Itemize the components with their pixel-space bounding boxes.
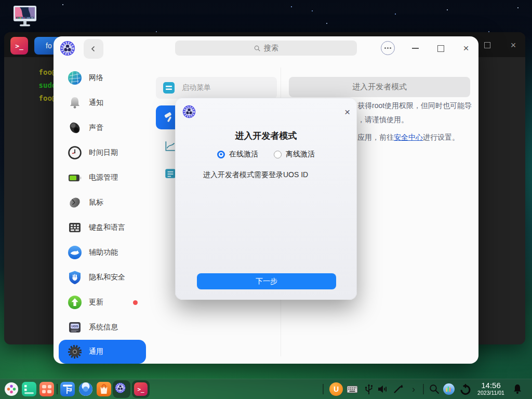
notes-app-icon[interactable] [22, 382, 36, 396]
back-button[interactable] [84, 39, 103, 59]
uos-id-tray-icon[interactable]: U [329, 382, 343, 396]
uos-system-info-icon: UOS [68, 320, 82, 335]
sidebar-item-notification[interactable]: 通知 [59, 90, 146, 115]
terminal-maximize-button[interactable] [482, 39, 493, 51]
computer-desktop-icon[interactable] [12, 5, 37, 27]
tray-separator [423, 384, 424, 394]
enter-developer-mode-button[interactable]: 进入开发者模式 [289, 77, 470, 97]
dialog-close-button[interactable]: × [344, 107, 350, 118]
sidebar-item-mouse[interactable]: 鼠标 [59, 190, 146, 215]
control-center-logo-icon [115, 382, 128, 396]
terminal-app-icon: >_ [10, 37, 28, 55]
control-center-logo-icon [182, 105, 196, 118]
volume-tray-icon[interactable] [376, 383, 389, 395]
sidebar-item-network[interactable]: 网络 [59, 65, 146, 90]
maximize-button[interactable] [433, 41, 448, 56]
browser-icon[interactable] [78, 382, 93, 396]
search-icon [254, 45, 261, 52]
terminal-tab-label: fo [46, 42, 52, 50]
activation-radio-group: 在线激活 离线激活 [176, 150, 356, 159]
shutdown-tray-icon[interactable] [459, 383, 472, 395]
hammer-icon [163, 111, 176, 124]
sidebar-item-power[interactable]: 电源管理 [59, 165, 146, 190]
notification-bell-icon [68, 96, 82, 110]
minimize-button[interactable] [407, 41, 423, 56]
launcher-icon[interactable] [4, 382, 19, 396]
taskbar: >_ U › 14:56 2023/11/01 [0, 379, 532, 399]
sidebar-item-privacy[interactable]: 隐私和安全 [59, 265, 146, 290]
sound-speaker-icon [68, 121, 82, 135]
developer-mode-dialog: × 进入开发者模式 在线激活 离线激活 进入开发者模式需要登录UOS ID 下一… [175, 98, 357, 300]
control-center-taskbar-item-active[interactable] [113, 380, 130, 398]
radio-selected-icon [217, 151, 225, 158]
sidebar-item-sound[interactable]: 声音 [59, 115, 146, 140]
developer-mode-description: 应用，前往安全中心进行设置。 [357, 133, 459, 142]
clock-icon [68, 145, 82, 160]
terminal-app-icon: >_ [134, 382, 148, 396]
clock-date: 2023/11/01 [474, 390, 508, 396]
boot-menu-label: 启动菜单 [182, 83, 211, 92]
sidebar-item-accessibility[interactable]: 辅助功能 [59, 240, 146, 265]
chevron-left-icon [90, 45, 97, 52]
tray-separator [323, 384, 324, 394]
accessibility-icon [68, 245, 82, 260]
keyboard-icon [68, 220, 82, 235]
close-button[interactable]: × [458, 41, 474, 56]
security-center-link[interactable]: 安全中心 [394, 133, 423, 141]
radio-online-activation[interactable]: 在线激活 [217, 150, 258, 159]
radio-offline-activation[interactable]: 离线激活 [274, 150, 315, 159]
terminal-taskbar-item-active[interactable]: >_ [132, 380, 150, 398]
network-icon [68, 71, 82, 85]
starfield [0, 0, 1, 1]
boot-menu-icon [163, 82, 175, 94]
sidebar-item-datetime[interactable]: 时间日期 [59, 140, 146, 165]
file-manager-icon[interactable] [60, 382, 75, 396]
tray-expand-chevron[interactable]: › [408, 382, 419, 396]
clock-time: 14:56 [474, 381, 508, 390]
sidebar-item-system-info[interactable]: UOS 系统信息 [59, 315, 146, 340]
dialog-hint-text: 进入开发者模式需要登录UOS ID [203, 170, 308, 180]
developer-mode-description: ，请谨慎使用。 [357, 115, 408, 125]
notification-center-bell-icon[interactable] [511, 383, 524, 395]
multitasking-view-icon[interactable] [39, 382, 54, 396]
taskbar-clock[interactable]: 14:56 2023/11/01 [474, 381, 508, 396]
boot-menu-row[interactable]: 启动菜单 [156, 77, 277, 99]
app-store-icon[interactable] [97, 382, 111, 396]
developer-mode-description: 获得root使用权限，但同时也可能导 [357, 101, 472, 111]
window-menu-button[interactable] [381, 41, 395, 55]
search-placeholder: 搜索 [264, 44, 278, 53]
gear-icon [68, 344, 82, 359]
search-tray-icon[interactable] [428, 383, 441, 395]
usb-tray-icon[interactable] [363, 383, 375, 395]
search-input[interactable]: 搜索 [175, 41, 357, 56]
control-center-logo-icon [60, 41, 75, 56]
screenshot-pen-tray-icon[interactable] [392, 383, 404, 395]
radio-unselected-icon [274, 151, 282, 158]
desktop: >_ fo × foo@foo-PC sudo: 无ro foo@foo-PC … [0, 0, 532, 399]
grand-search-tray-icon[interactable] [443, 383, 455, 395]
mouse-icon [68, 195, 82, 210]
keyboard-layout-tray-icon[interactable] [346, 383, 358, 395]
taskbar-separator [57, 384, 58, 394]
dialog-title: 进入开发者模式 [176, 130, 356, 142]
svg-text:UOS: UOS [71, 325, 78, 328]
battery-icon [68, 170, 82, 185]
sidebar-item-keyboard[interactable]: 键盘和语言 [59, 215, 146, 240]
sidebar-item-update[interactable]: 更新 [59, 290, 146, 315]
privacy-shield-icon [68, 270, 82, 285]
update-badge-dot [133, 300, 138, 305]
terminal-close-button[interactable]: × [508, 39, 519, 51]
update-icon [68, 295, 82, 310]
sidebar-item-general[interactable]: 通用 [59, 340, 146, 364]
next-step-button[interactable]: 下一步 [197, 273, 336, 289]
